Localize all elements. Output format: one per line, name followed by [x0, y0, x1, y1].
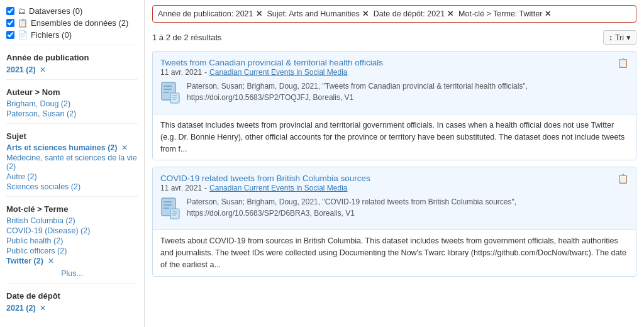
copy-icon-2[interactable]: 📋	[618, 174, 628, 184]
annee-pub-remove[interactable]: ✕	[40, 65, 46, 74]
filter-bar: Année de publication: 2021 ✕ Sujet: Arts…	[152, 5, 636, 23]
result-1-date: 11 avr. 2021	[160, 68, 202, 77]
sujet-autre[interactable]: Autre (2)	[6, 172, 138, 181]
checkbox-dataverses[interactable]	[6, 7, 14, 15]
sujet-arts-remove[interactable]: ✕	[121, 143, 128, 152]
date-depot-title: Date de dépôt	[6, 291, 138, 301]
results-header: 1 à 2 de 2 résultats ↕ Tri ▾	[152, 30, 636, 45]
result-1-body: Paterson, Susan; Brigham, Doug, 2021, "T…	[160, 80, 628, 108]
copy-icon-1[interactable]: 📋	[618, 58, 628, 68]
dataset-icon-2	[160, 197, 180, 223]
filter-tag-motcle-label: Mot-clé > Terme: Twitter	[458, 9, 542, 18]
sidebar-item-dataverses[interactable]: 🗂 Dataverses (0)	[6, 6, 138, 16]
sort-button[interactable]: ↕ Tri ▾	[603, 30, 636, 45]
motcle-section: Mot-clé > Terme British Columbia (2) COV…	[6, 204, 138, 278]
motcle-twitter[interactable]: Twitter (2)	[6, 257, 43, 265]
motcle-plus[interactable]: Plus...	[6, 269, 138, 278]
sidebar-item-files[interactable]: 📄 Fichiers (0)	[6, 30, 138, 40]
result-2-body: Paterson, Susan; Brigham, Doug, 2021, "C…	[160, 196, 628, 223]
sujet-section: Sujet Arts et sciences humaines (2) ✕ Mé…	[6, 131, 138, 191]
files-icon: 📄	[18, 30, 28, 40]
result-1-meta: 11 avr. 2021 - Canadian Current Events i…	[160, 68, 628, 77]
filter-tag-sujet-remove[interactable]: ✕	[362, 9, 369, 18]
result-2-desc: Tweets about COVID-19 from sources in Br…	[153, 230, 636, 275]
sidebar-item-datasets[interactable]: 📋 Ensembles de données (2)	[6, 18, 138, 28]
auteur-section: Auteur > Nom Brigham, Doug (2) Paterson,…	[6, 87, 138, 118]
dataset-icon-1	[160, 82, 180, 108]
checkbox-datasets[interactable]	[6, 19, 14, 27]
sujet-sciences[interactable]: Sciences sociales (2)	[6, 182, 138, 191]
sort-label: Tri	[615, 33, 624, 42]
checkbox-files[interactable]	[6, 31, 14, 39]
svg-rect-12	[170, 209, 179, 219]
filter-tag-sujet-label: Sujet: Arts and Humanities	[267, 9, 360, 18]
result-1-collection[interactable]: Canadian Current Events in Social Media	[209, 68, 347, 77]
result-2-citation: Paterson, Susan; Brigham, Doug, 2021, "C…	[187, 196, 628, 219]
auteur-paterson[interactable]: Paterson, Susan (2)	[6, 109, 138, 118]
sujet-medecine[interactable]: Médecine, santé et sciences de la vie (2…	[6, 153, 138, 171]
sujet-title: Sujet	[6, 131, 138, 141]
sujet-arts[interactable]: Arts et sciences humaines (2)	[6, 143, 117, 152]
result-card-2: COVID-19 related tweets from British Col…	[152, 167, 636, 276]
datasets-icon: 📋	[18, 18, 28, 28]
files-label: Fichiers (0)	[31, 30, 72, 40]
result-card-2-inner: COVID-19 related tweets from British Col…	[153, 167, 636, 230]
svg-rect-4	[170, 93, 179, 103]
auteur-brigham[interactable]: Brigham, Doug (2)	[6, 99, 138, 108]
motcle-title: Mot-clé > Terme	[6, 204, 138, 214]
auteur-title: Auteur > Nom	[6, 87, 138, 97]
motcle-publichealth[interactable]: Public health (2)	[6, 236, 138, 245]
sort-icon: ↕	[609, 33, 613, 42]
annee-pub-title: Année de publication	[6, 53, 138, 62]
main-content: Année de publication: 2021 ✕ Sujet: Arts…	[145, 0, 644, 327]
dataverses-icon: 🗂	[18, 6, 26, 16]
result-card-1-inner: Tweets from Canadian provincial & territ…	[153, 52, 636, 114]
date-depot-2021[interactable]: 2021 (2)	[6, 304, 36, 313]
filter-tag-date-remove[interactable]: ✕	[447, 9, 453, 18]
filter-tag-annee: Année de publication: 2021 ✕	[158, 9, 262, 18]
filter-tag-annee-remove[interactable]: ✕	[256, 9, 262, 18]
result-2-collection[interactable]: Canadian Current Events in Social Media	[209, 184, 347, 192]
filter-tag-annee-label: Année de publication: 2021	[158, 9, 253, 18]
svg-rect-3	[164, 92, 169, 93]
result-card-1: Tweets from Canadian provincial & territ…	[152, 51, 636, 160]
result-2-meta: 11 avr. 2021 - Canadian Current Events i…	[160, 184, 628, 192]
date-depot-section: Date de dépôt 2021 (2) ✕	[6, 291, 138, 313]
result-1-citation: Paterson, Susan; Brigham, Doug, 2021, "T…	[187, 80, 628, 103]
svg-rect-11	[164, 208, 169, 209]
motcle-twitter-remove[interactable]: ✕	[48, 257, 54, 265]
type-filters: 🗂 Dataverses (0) 📋 Ensembles de données …	[6, 6, 138, 40]
motcle-publicofficers[interactable]: Public officers (2)	[6, 247, 138, 255]
annee-pub-section: Année de publication 2021 (2) ✕	[6, 53, 138, 74]
results-count: 1 à 2 de 2 résultats	[152, 33, 222, 42]
svg-rect-9	[164, 201, 172, 202]
svg-rect-10	[164, 204, 172, 206]
date-depot-remove[interactable]: ✕	[40, 304, 46, 313]
motcle-covid[interactable]: COVID-19 (Disease) (2)	[6, 226, 138, 235]
filter-tag-sujet: Sujet: Arts and Humanities ✕	[267, 9, 369, 18]
dataverses-label: Dataverses (0)	[29, 6, 82, 16]
svg-rect-1	[164, 86, 172, 87]
svg-rect-2	[164, 89, 172, 90]
filter-tag-motcle-remove[interactable]: ✕	[545, 9, 551, 18]
sidebar: 🗂 Dataverses (0) 📋 Ensembles de données …	[0, 0, 145, 327]
annee-pub-2021[interactable]: 2021 (2)	[6, 65, 36, 74]
motcle-bc[interactable]: British Columbia (2)	[6, 216, 138, 225]
result-1-title[interactable]: Tweets from Canadian provincial & territ…	[160, 58, 383, 67]
result-2-date: 11 avr. 2021	[160, 184, 202, 192]
filter-tag-motcle: Mot-clé > Terme: Twitter ✕	[458, 9, 551, 18]
filter-tag-date: Date de dépôt: 2021 ✕	[374, 9, 453, 18]
result-1-desc: This dataset includes tweets from provin…	[153, 114, 636, 160]
datasets-label: Ensembles de données (2)	[31, 18, 128, 28]
filter-tag-date-label: Date de dépôt: 2021	[374, 9, 445, 18]
result-2-title[interactable]: COVID-19 related tweets from British Col…	[160, 174, 370, 183]
sort-chevron: ▾	[626, 33, 631, 42]
